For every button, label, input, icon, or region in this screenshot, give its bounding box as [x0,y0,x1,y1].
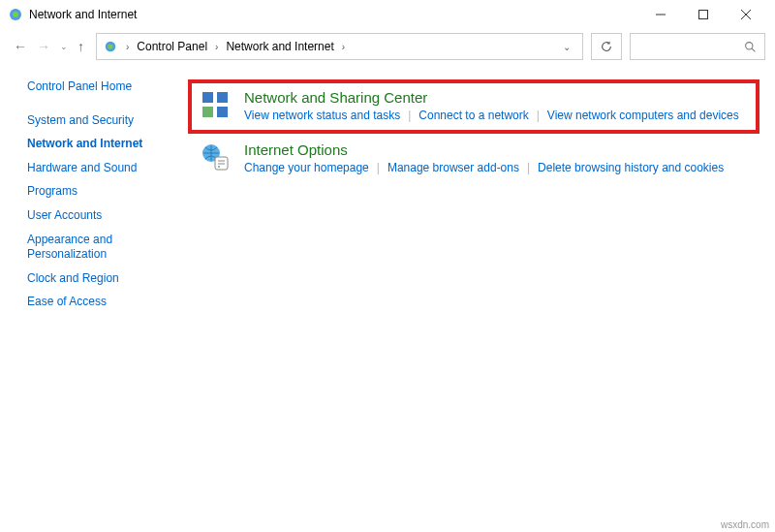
svg-rect-12 [202,107,213,117]
divider: | [519,161,538,174]
internet-options-icon [200,141,231,172]
titlebar: Network and Internet [0,0,775,29]
link-view-network-status[interactable]: View network status and tasks [244,109,400,122]
link-view-network-computers[interactable]: View network computers and devices [547,109,739,122]
search-input[interactable] [630,33,765,60]
minimize-button[interactable] [639,0,682,29]
link-delete-history[interactable]: Delete browsing history and cookies [538,161,724,174]
search-icon [744,41,757,53]
sidebar-item-system-security[interactable]: System and Security [27,113,188,129]
link-connect-network[interactable]: Connect to a network [418,109,528,122]
back-button[interactable]: ← [14,39,27,54]
nav-bar: ← → ⌄ ↑ › Control Panel › Network and In… [0,29,775,64]
main-panel: Network and Sharing Center View network … [188,79,775,532]
category-internet-options: Internet Options Change your homepage | … [188,140,760,182]
sidebar-item-clock-region[interactable]: Clock and Region [27,271,188,287]
address-bar[interactable]: › Control Panel › Network and Internet ›… [96,33,583,60]
svg-line-9 [752,48,755,51]
category-title[interactable]: Internet Options [244,141,752,159]
control-panel-icon [8,7,23,22]
divider: | [400,109,418,122]
svg-rect-10 [202,92,213,103]
category-title[interactable]: Network and Sharing Center [244,89,748,107]
svg-rect-11 [217,92,228,103]
sidebar-item-network-internet[interactable]: Network and Internet [27,137,188,152]
chevron-right-icon[interactable]: › [338,42,349,52]
nav-arrows: ← → ⌄ ↑ [10,39,88,54]
recent-locations-dropdown[interactable]: ⌄ [60,42,68,51]
svg-point-18 [218,166,220,168]
maximize-button[interactable] [682,0,725,29]
sidebar-item-user-accounts[interactable]: User Accounts [27,208,188,224]
link-change-homepage[interactable]: Change your homepage [244,161,369,174]
category-body: Network and Sharing Center View network … [244,89,748,122]
sidebar-item-hardware-sound[interactable]: Hardware and Sound [27,161,188,176]
svg-rect-13 [217,107,228,117]
chevron-right-icon[interactable]: › [122,42,133,52]
category-network-sharing: Network and Sharing Center View network … [200,89,748,122]
up-button[interactable]: ↑ [78,39,84,54]
divider: | [529,109,547,122]
breadcrumb-item[interactable]: Network and Internet [226,40,333,53]
breadcrumb-item[interactable]: Control Panel [137,40,207,53]
window-title: Network and Internet [29,8,137,21]
category-links: Change your homepage | Manage browser ad… [244,161,752,174]
chevron-right-icon[interactable]: › [211,42,222,52]
sidebar: Control Panel Home System and Security N… [0,79,188,532]
category-links: View network status and tasks | Connect … [244,109,748,122]
refresh-button[interactable] [591,33,622,60]
sidebar-home[interactable]: Control Panel Home [27,79,188,95]
content-area: Control Panel Home System and Security N… [0,64,775,532]
highlighted-category: Network and Sharing Center View network … [188,79,760,134]
address-dropdown[interactable]: ⌄ [557,42,576,52]
svg-point-1 [13,12,18,17]
svg-point-8 [746,42,753,48]
forward-button[interactable]: → [37,39,50,54]
svg-point-7 [108,44,112,48]
footer-credit: wsxdn.com [721,519,769,530]
link-manage-addons[interactable]: Manage browser add-ons [388,161,519,174]
svg-rect-3 [699,11,708,19]
category-body: Internet Options Change your homepage | … [244,141,752,174]
network-sharing-icon [200,89,231,120]
sidebar-item-programs[interactable]: Programs [27,184,188,200]
divider: | [369,161,388,174]
control-panel-icon [103,39,118,54]
sidebar-item-ease-of-access[interactable]: Ease of Access [27,295,188,310]
sidebar-item-appearance-personalization[interactable]: Appearance and Personalization [27,233,143,263]
window-controls [639,0,767,29]
close-button[interactable] [725,0,767,29]
